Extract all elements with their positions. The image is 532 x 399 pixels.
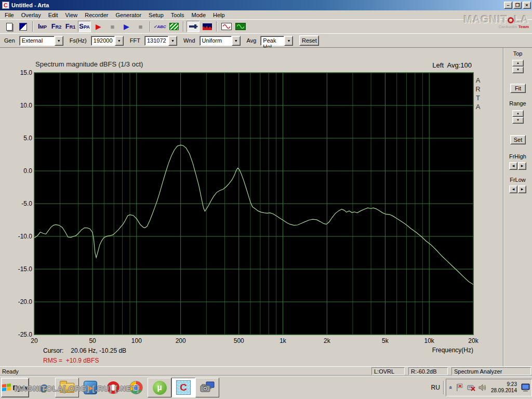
flashlight-button[interactable]	[187, 21, 200, 32]
avg-select[interactable]: Peak Hol ▼	[260, 36, 293, 46]
utorrent-icon[interactable]: µ	[148, 378, 171, 397]
arta-taskbar-button[interactable]: C	[171, 378, 195, 397]
fft-dropdown-arrow-icon[interactable]: ▼	[168, 36, 177, 46]
reset-button[interactable]: Reset	[299, 35, 319, 46]
record-play-icon: ▶	[96, 23, 101, 30]
menu-help[interactable]: Help	[209, 11, 229, 19]
range-up-button[interactable]: ▲	[512, 110, 524, 117]
system-tray: RU « 9:23 28.09.2014	[428, 378, 532, 397]
fs-select[interactable]: 192000 ▼	[91, 36, 124, 46]
generator-stop-button[interactable]: ■	[134, 21, 147, 32]
camera-monitor-icon	[200, 381, 215, 394]
gen-dropdown-arrow-icon[interactable]: ▼	[55, 36, 63, 46]
menu-generator[interactable]: Generator	[112, 11, 145, 19]
display-settings-icon[interactable]	[521, 383, 530, 392]
spectrum-curve-svg[interactable]	[34, 73, 473, 335]
menu-view[interactable]: View	[62, 11, 82, 19]
generator-start-button[interactable]: ▶	[120, 21, 133, 32]
wnd-value: Uniform	[200, 36, 232, 46]
generator-play-icon: ▶	[124, 23, 129, 30]
menu-tools[interactable]: Tools	[167, 11, 188, 19]
fr2-mode-button[interactable]: FR2	[50, 21, 63, 32]
gen-label: Gen	[4, 37, 15, 44]
device-error-icon[interactable]	[467, 383, 475, 392]
fft-select[interactable]: 131072 ▼	[144, 36, 177, 46]
generator-stop-icon: ■	[139, 23, 143, 30]
menu-edit[interactable]: Edit	[45, 11, 62, 19]
spa-mode-button[interactable]: SPA	[78, 21, 91, 32]
toolbar-separator	[150, 21, 151, 32]
title-bar[interactable]: C Untitled - Arta – ❒ ×	[0, 0, 532, 10]
signal-scope-button[interactable]	[234, 21, 247, 32]
volume-icon[interactable]	[478, 383, 487, 392]
calibrate-abc-icon: ✓ABC	[153, 24, 166, 29]
x-tick-2k: 2k	[315, 337, 338, 344]
screenshot-tool-icon[interactable]	[195, 378, 219, 397]
set-button[interactable]: Set	[510, 135, 526, 144]
app-icon[interactable]: C	[2, 2, 9, 9]
tray-separator	[443, 381, 444, 394]
controls-bar: Gen External ▼ Fs(Hz) 192000 ▼ FFT 13107…	[0, 33, 532, 47]
new-file-icon	[6, 23, 12, 31]
wnd-select[interactable]: Uniform ▼	[200, 36, 241, 46]
waveform-view-button[interactable]	[201, 21, 214, 32]
fr1-label: FR1	[65, 21, 75, 32]
network-flag-error-icon[interactable]	[456, 383, 464, 392]
frhigh-right-button[interactable]: ▶	[518, 162, 526, 170]
close-button[interactable]: ×	[523, 2, 531, 9]
wnd-dropdown-arrow-icon[interactable]: ▼	[232, 36, 241, 46]
start-button[interactable]: Пуск	[1, 378, 29, 397]
restore-button[interactable]: ❒	[513, 2, 522, 9]
fit-button[interactable]: Fit	[510, 84, 526, 93]
opera-ring-icon	[107, 381, 119, 394]
frhigh-left-button[interactable]: ◀	[509, 162, 517, 170]
overlay-button[interactable]	[17, 21, 30, 32]
y-tick--20: -20.0	[10, 298, 32, 305]
media-player-icon[interactable]: ▶	[79, 378, 102, 397]
sine-generator-button[interactable]	[220, 21, 233, 32]
menu-overlay[interactable]: Overlay	[18, 11, 45, 19]
internet-explorer-icon[interactable]: e	[32, 378, 55, 397]
top-down-button[interactable]: ▼	[512, 66, 524, 73]
menu-mode[interactable]: Mode	[188, 11, 209, 19]
range-down-button[interactable]: ▼	[512, 117, 524, 124]
frlow-arrows: ◀ ▶	[509, 185, 526, 193]
record-stop-button[interactable]: ■	[106, 21, 119, 32]
menu-recorder[interactable]: Recorder	[81, 11, 112, 19]
x-axis-title: Frequency(Hz)	[395, 347, 473, 354]
menu-file[interactable]: File	[1, 11, 18, 19]
opera-icon[interactable]	[102, 378, 125, 397]
chrome-icon[interactable]	[125, 378, 148, 397]
main-toolbar: IMP FR2 FR1 SPA ▶ ■ ▶ ■ ✓ABC	[0, 19, 532, 33]
fft-label: FFT	[130, 37, 140, 44]
explorer-folder-icon[interactable]	[55, 378, 79, 397]
gen-select[interactable]: External ▼	[19, 36, 63, 46]
avg-dropdown-arrow-icon[interactable]: ▼	[284, 36, 293, 46]
fr1-mode-button[interactable]: FR1	[64, 21, 77, 32]
range-spinner: ▲ ▼	[512, 110, 524, 124]
language-indicator[interactable]: RU	[428, 384, 443, 391]
fs-dropdown-arrow-icon[interactable]: ▼	[115, 36, 124, 46]
signal-pattern-button[interactable]	[167, 21, 180, 32]
record-start-button[interactable]: ▶	[92, 21, 105, 32]
frlow-left-button[interactable]: ◀	[509, 185, 517, 193]
tray-clock: 9:23 28.09.2014	[490, 381, 518, 394]
x-tick-1k: 1k	[272, 337, 295, 344]
top-up-button[interactable]: ▲	[512, 60, 524, 66]
spectrum-plot[interactable]	[34, 73, 473, 335]
arta-logo-icon: C	[176, 380, 191, 395]
right-level-indicator: R:-60.2dB	[408, 367, 448, 375]
imp-mode-button[interactable]: IMP	[36, 21, 49, 32]
tray-chevron-icon[interactable]: «	[448, 386, 454, 389]
y-tick-0: 0.0	[10, 167, 32, 175]
minimize-button[interactable]: –	[504, 2, 512, 9]
channel-average-info: Left Avg:100	[358, 61, 472, 69]
toolbar-separator	[183, 21, 184, 32]
fs-value: 192000	[91, 36, 115, 46]
new-file-button[interactable]	[3, 21, 16, 32]
menu-setup[interactable]: Setup	[145, 11, 167, 19]
avg-value: Peak Hol	[260, 36, 284, 46]
frlow-right-button[interactable]: ▶	[518, 185, 526, 193]
calibrate-button[interactable]: ✓ABC	[153, 21, 166, 32]
spectrum-analyzer-window: Spectrum magnitude dBFS (1/3 oct) Left A…	[0, 47, 532, 366]
